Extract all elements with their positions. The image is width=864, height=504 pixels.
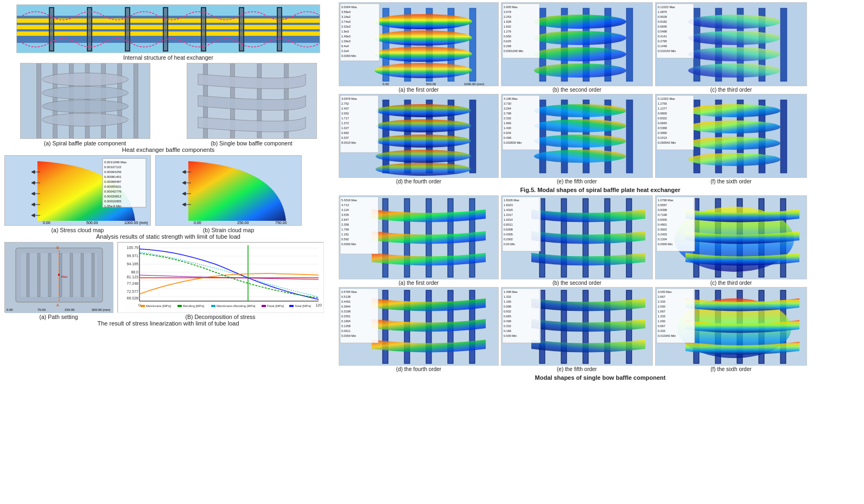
svg-text:Max: Max [61,275,67,278]
spiral-f-cell: 0.12322 Max 1.2755 1.1277 0.9800 0.8322 … [655,94,807,184]
svg-text:1.276: 1.276 [504,30,511,33]
svg-text:0.166: 0.166 [504,329,511,333]
svg-text:2.32e3: 2.32e3 [341,25,351,28]
svg-text:1.1277: 1.1277 [658,107,667,110]
svg-text:0.9800: 0.9800 [658,112,667,115]
stress-caption: (a) Stress cloud map [52,227,104,233]
svg-text:250.00: 250.00 [237,221,249,225]
svg-text:1.4020: 1.4020 [504,208,513,212]
svg-text:0.2403: 0.2403 [658,233,667,236]
spiral-f-caption: (f) the sixth order [710,178,752,184]
svg-text:0.00: 0.00 [7,308,13,311]
svg-text:1.2017: 1.2017 [504,213,513,216]
svg-text:0.00016955: 0.00016955 [104,200,122,203]
svg-rect-8 [163,8,168,51]
svg-text:Peak [MPa]: Peak [MPa] [267,304,284,308]
svg-text:0.4141: 0.4141 [658,35,667,38]
spiral-b-cell: 2.905 Max 2.579 2.253 1.928 1.602 1.276 … [501,2,653,93]
svg-text:0.2413: 0.2413 [658,136,667,139]
svg-text:0.00081401: 0.00081401 [104,175,122,178]
svg-point-124 [374,30,472,46]
svg-text:0.0611: 0.0611 [341,329,351,333]
path-caption: (a) Path setting [39,314,78,320]
analysis-title: Analysis results of static strength with… [96,233,240,240]
bow-c-image: 1.0796 Max 0.9597 0.8398 0.7199 0.6000 0… [655,195,807,279]
svg-text:0.2551: 0.2551 [341,315,351,318]
bow-d-cell: 0.5784 Max 0.5138 0.4491 0.3844 0.3198 0… [339,287,499,372]
spiral-c-image: 0.12222 Max 1.0875 0.9528 0.8182 0.6835 … [655,2,807,86]
svg-text:0.337: 0.337 [341,136,349,139]
svg-text:Membrane+Bending [MPa]: Membrane+Bending [MPa] [217,304,256,308]
stress-cell: 0.00 500.00 1000.00 (mm) 0.0011999 Max 0… [4,155,151,233]
svg-rect-19 [134,63,138,139]
spiral-e-image: 4.196 Max 3.730 3.264 2.798 2.332 1.866 … [501,94,653,178]
svg-text:2.667: 2.667 [658,295,665,298]
svg-text:105.79: 105.79 [127,246,139,250]
svg-point-22 [42,100,128,113]
svg-rect-113 [262,305,266,307]
svg-text:0.0000 Min: 0.0000 Min [658,243,672,246]
svg-rect-5 [49,8,54,51]
svg-text:0.5368: 0.5368 [658,126,667,130]
svg-text:3.58e3: 3.58e3 [341,10,351,14]
svg-text:2.947: 2.947 [341,218,349,221]
svg-point-170 [688,31,780,45]
bow-a-image: 5.3016 Max 4.713 4.124 3.535 2.947 2.358… [339,195,499,279]
svg-rect-70 [37,253,40,297]
svg-text:1.333: 1.333 [658,315,665,318]
svg-rect-73 [70,253,73,297]
strain-image: 0.00 250.00 750.00 [155,155,302,226]
single-bow-fig-caption: Modal shapes of single bow baffle compon… [339,374,862,381]
svg-text:0.8011: 0.8011 [504,223,513,226]
svg-text:0.4005: 0.4005 [504,233,513,236]
svg-text:2.74e3: 2.74e3 [341,20,351,23]
svg-point-149 [534,31,626,45]
svg-point-20 [42,73,128,86]
svg-text:0.00042776: 0.00042776 [104,190,122,193]
svg-point-148 [534,15,626,29]
svg-text:2.905 Max: 2.905 Max [504,5,518,9]
svg-rect-232 [780,100,787,173]
svg-text:5.3016 Max: 5.3016 Max [341,199,357,202]
svg-text:3.16e2: 3.16e2 [341,15,351,18]
svg-text:750.00: 750.00 [275,221,287,225]
left-panel: Internal structure of heat exchanger [0,0,336,504]
svg-text:2.2e4: 2.2e4 [341,49,349,53]
svg-rect-69 [27,253,29,297]
svg-rect-75 [92,253,94,297]
svg-text:2.333: 2.333 [658,300,665,303]
svg-text:4.196 Max: 4.196 Max [504,97,518,100]
svg-text:0.5138: 0.5138 [341,295,351,298]
bow-f-caption: (f) the sixth order [710,366,752,372]
svg-point-126 [374,63,472,78]
linearization-title: The result of stress linearization with … [97,320,239,327]
svg-rect-18 [117,63,122,139]
svg-text:0.299: 0.299 [504,44,511,48]
svg-rect-168 [780,8,787,81]
single-bow-cell: (b) Single bow baffle component [187,63,317,146]
spiral-b-image: 2.905 Max 2.579 2.253 1.928 1.602 1.276 … [501,2,653,86]
svg-rect-111 [211,305,215,307]
svg-text:1.6023: 1.6023 [504,203,513,207]
svg-text:4.124: 4.124 [341,208,349,212]
svg-text:1.2755: 1.2755 [658,102,667,105]
svg-text:0.9597: 0.9597 [658,203,667,207]
bow-row1: 5.3016 Max 4.713 4.124 3.535 2.947 2.358… [339,195,862,286]
svg-text:2.253: 2.253 [504,15,511,18]
svg-rect-71 [48,253,51,297]
svg-point-171 [688,47,780,61]
svg-text:0.00: 0.00 [194,221,201,225]
graph-cell: 105.79 99.971 94.165 88.0 81.123 77.248 … [117,242,323,320]
svg-text:0.8398: 0.8398 [658,208,667,212]
svg-text:72.577: 72.577 [127,290,139,294]
svg-text:0.00: 0.00 [383,82,389,86]
svg-text:150.00: 150.00 [65,308,75,311]
spiral-d-cell: 3.0976 Max 2.752 2.407 2.062 1.717 1.372… [339,94,499,184]
svg-point-21 [42,86,128,99]
svg-text:0.000 Min: 0.000 Min [504,334,517,337]
heat-exchanger-section: Internal structure of heat exchanger [4,4,332,61]
svg-text:0.682: 0.682 [341,131,349,135]
svg-text:0.8322: 0.8322 [658,117,667,120]
svg-text:0.010140 Min: 0.010140 Min [658,49,676,53]
svg-text:77.248: 77.248 [127,282,139,285]
